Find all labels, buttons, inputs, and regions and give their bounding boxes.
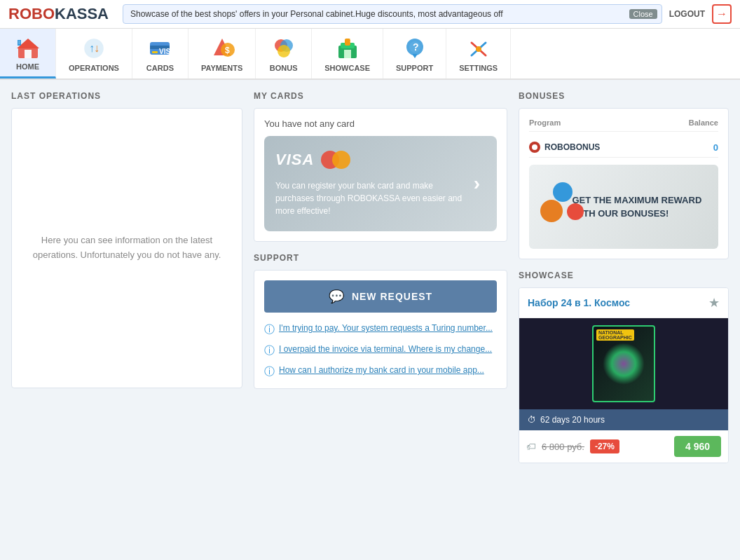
last-operations-title: LAST OPERATIONS [11, 91, 242, 101]
last-operations-section: LAST OPERATIONS Here you can see informa… [11, 91, 242, 463]
favorite-star-icon[interactable]: ★ [708, 295, 720, 310]
bonus-row-robobonus: ROBOBONUS 0 [529, 137, 718, 158]
svg-text:?: ? [413, 41, 419, 53]
timer-icon: ⏱ [528, 415, 536, 425]
notification-close-button[interactable]: Close [629, 9, 657, 19]
nav-item-settings[interactable]: SETTINGS [446, 29, 511, 78]
timer-text: 62 days 20 hours [540, 415, 605, 425]
nav-label-settings: SETTINGS [459, 64, 498, 72]
support-link-row-0: ⓘ I'm trying to pay. Your system request… [264, 322, 497, 336]
nav-label-cards: CARDS [146, 64, 174, 72]
svg-text:↓: ↓ [94, 42, 100, 54]
settings-icon [466, 36, 491, 61]
bonus-program-label: ROBOBONUS [544, 142, 600, 152]
svg-marker-26 [412, 54, 418, 58]
svg-point-29 [476, 46, 481, 52]
my-cards-section: MY CARDS You have not any card VISA You … [254, 91, 507, 242]
no-card-text: You have not any card [264, 118, 497, 129]
discount-badge: -27% [590, 439, 619, 453]
svg-rect-2 [25, 50, 32, 58]
space-glow-graphic [603, 343, 645, 385]
svg-text:VISA: VISA [159, 48, 172, 55]
logout-label[interactable]: LOGOUT [669, 9, 705, 19]
nav-item-cards[interactable]: VISA CARDS [132, 29, 189, 78]
nav-item-operations[interactable]: ↑ ↓ OPERATIONS [56, 29, 132, 78]
showcase-product-image: NATIONALGEOGRAPHIC [519, 318, 728, 409]
nav-label-home: HOME [16, 62, 39, 71]
support-link-1[interactable]: I overpaid the invoice via terminal. Whe… [279, 343, 492, 355]
notification-bar: Showcase of the best shops' offers in yo… [123, 4, 662, 24]
svg-text:$: $ [225, 46, 230, 55]
buy-button[interactable]: 4 960 [674, 436, 721, 457]
showcase-price-bar: 🏷 6 800 руб. -27% 4 960 [519, 430, 728, 463]
main-content: LAST OPERATIONS Here you can see informa… [0, 80, 740, 474]
support-link-0[interactable]: I'm trying to pay. Your system requests … [279, 322, 493, 334]
ops-empty-message: Here you can see information on the late… [23, 233, 231, 263]
bonus-col-program: Program [529, 118, 561, 127]
nav-label-operations: OPERATIONS [69, 64, 119, 72]
new-request-button[interactable]: 💬 NEW REQUEST [264, 280, 497, 313]
my-cards-card: You have not any card VISA You can regis… [254, 108, 507, 242]
question-icon-1: ⓘ [264, 344, 275, 357]
mc-circle-right [332, 151, 350, 169]
nav-item-support[interactable]: ? SUPPORT [383, 29, 446, 78]
mastercard-logo [321, 150, 352, 170]
question-icon-0: ⓘ [264, 323, 275, 336]
balloon-blue [553, 182, 573, 202]
robo-dot [529, 142, 540, 153]
middle-column: MY CARDS You have not any card VISA You … [254, 91, 507, 463]
showcase-icon: SHOP [335, 36, 360, 61]
nav-item-showcase[interactable]: SHOP SHOWCASE [312, 29, 383, 78]
nav-label-bonus: BONUS [270, 64, 298, 72]
robobonus-logo [529, 142, 540, 153]
svg-rect-4 [18, 41, 20, 44]
support-link-row-1: ⓘ I overpaid the invoice via terminal. W… [264, 343, 497, 357]
support-link-2[interactable]: How can I authorize my bank card in your… [279, 364, 484, 376]
support-link-row-2: ⓘ How can I authorize my bank card in yo… [264, 364, 497, 378]
brand-part2: KASSA [55, 5, 109, 23]
showcase-card: Набор 24 в 1. Космос ★ NATIONALGEOGRAPHI… [519, 287, 729, 463]
top-right-area: LOGOUT → [669, 4, 732, 24]
nav-item-home[interactable]: HOME [0, 29, 56, 78]
home-icon [15, 34, 41, 60]
support-icon: ? [402, 36, 427, 61]
price-tag-icon: 🏷 [526, 441, 536, 452]
nav-item-bonus[interactable]: BONUS [256, 29, 312, 78]
brand-logo: ROBOKASSA [8, 5, 109, 23]
bonus-banner: GET THE MAXIMUM REWARD WITH OUR BONUSES! [529, 165, 718, 249]
bonus-balance-value: 0 [713, 142, 718, 153]
bonus-balloons [540, 179, 565, 235]
old-price: 6 800 руб. [542, 442, 584, 452]
card-promo-area: VISA You can register your bank card and… [264, 136, 497, 231]
my-cards-title: MY CARDS [254, 91, 507, 101]
bonuses-card: Program Balance ROBOBONUS 0 [519, 108, 729, 259]
notification-text: Showcase of the best shops' offers in yo… [130, 9, 503, 19]
nav-item-payments[interactable]: $ PAYMENTS [189, 29, 256, 78]
showcase-section-title: SHOWCASE [519, 271, 729, 280]
support-links-list: ⓘ I'm trying to pay. Your system request… [264, 322, 497, 378]
svg-rect-10 [152, 51, 158, 53]
card-promo-next-arrow[interactable]: › [468, 167, 486, 200]
svg-text:SHOP: SHOP [350, 37, 360, 44]
bonus-icon [271, 36, 296, 61]
top-banner: ROBOKASSA Showcase of the best shops' of… [0, 0, 740, 29]
robo-dot-inner [532, 144, 537, 150]
nav-label-showcase: SHOWCASE [324, 64, 370, 72]
card-promo-content: VISA You can register your bank card and… [275, 150, 468, 217]
logout-icon[interactable]: → [712, 4, 732, 24]
svg-rect-22 [344, 50, 351, 58]
nav-label-payments: PAYMENTS [201, 64, 242, 72]
product-box: NATIONALGEOGRAPHIC [592, 325, 655, 402]
new-request-label: NEW REQUEST [352, 291, 432, 302]
bonuses-title: BONUSES [519, 91, 729, 101]
showcase-header: Набор 24 в 1. Космос ★ [519, 288, 728, 318]
card-promo-text: You can register your bank card and make… [275, 179, 468, 217]
balloon-red [567, 203, 584, 220]
svg-point-17 [278, 45, 290, 57]
showcase-timer-bar: ⏱ 62 days 20 hours [519, 409, 728, 430]
balloon-orange [540, 200, 563, 222]
bonuses-section: BONUSES Program Balance ROBOBONUS [519, 91, 729, 259]
nav-label-support: SUPPORT [396, 64, 433, 72]
right-column: BONUSES Program Balance ROBOBONUS [519, 91, 729, 463]
visa-logo: VISA [275, 151, 314, 169]
